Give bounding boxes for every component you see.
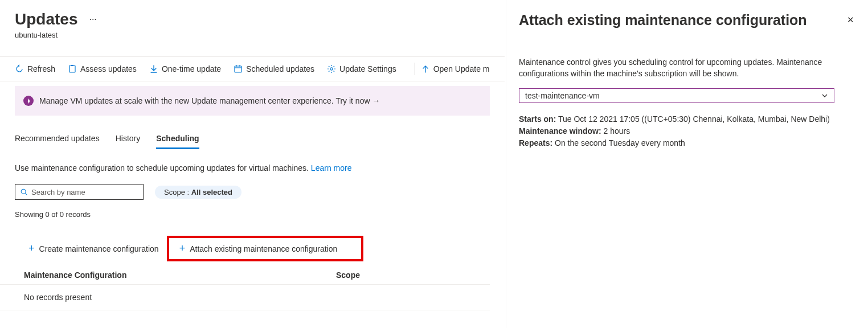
create-config-label: Create maintenance configuration (39, 244, 159, 253)
config-details: Starts on: Tue Oct 12 2021 17:05 ((UTC+0… (519, 113, 855, 149)
scheduled-updates-button[interactable]: Scheduled updates (234, 64, 314, 73)
refresh-icon (15, 64, 24, 73)
gear-icon (327, 64, 336, 73)
starts-on-label: Starts on: (519, 114, 556, 124)
plus-icon: + (179, 243, 186, 255)
update-settings-button[interactable]: Update Settings (327, 64, 396, 73)
highlight-annotation: + Attach existing maintenance configurat… (167, 236, 364, 261)
toolbar-separator (415, 63, 415, 75)
tab-scheduling[interactable]: Scheduling (156, 134, 199, 149)
scheduled-label: Scheduled updates (246, 64, 314, 73)
chevron-down-icon (821, 92, 828, 99)
repeats-label: Repeats: (519, 138, 552, 147)
window-value: 2 hours (601, 126, 630, 136)
open-um-label: Open Update m (433, 64, 490, 73)
arrow-up-icon (421, 64, 430, 73)
panel-description: Maintenance control gives you scheduling… (519, 57, 855, 79)
plus-icon: + (28, 243, 35, 255)
record-count: Showing 0 of 0 records (0, 200, 505, 219)
scheduling-description: Use maintenance configuration to schedul… (0, 150, 505, 173)
assess-updates-button[interactable]: Assess updates (68, 64, 137, 73)
info-banner[interactable]: Manage VM updates at scale with the new … (15, 86, 490, 116)
svg-point-7 (21, 189, 26, 194)
clipboard-icon (68, 64, 77, 73)
svg-rect-1 (71, 65, 73, 66)
desc-text: Use maintenance configuration to schedul… (15, 163, 311, 173)
refresh-button[interactable]: Refresh (15, 64, 55, 73)
attach-config-label: Attach existing maintenance configuratio… (190, 244, 337, 253)
settings-label: Update Settings (339, 64, 396, 73)
col-scope: Scope (336, 270, 360, 280)
refresh-label: Refresh (27, 64, 55, 73)
resource-name: ubuntu-latest (0, 28, 505, 39)
side-panel: Attach existing maintenance configuratio… (506, 0, 868, 328)
learn-more-link[interactable]: Learn more (311, 163, 352, 173)
open-update-mgmt-button[interactable]: Open Update m (421, 64, 490, 73)
repeats-value: On the second Tuesday every month (552, 138, 685, 147)
empty-row: No records present (0, 285, 490, 310)
one-time-update-button[interactable]: One-time update (149, 64, 221, 73)
close-icon[interactable]: ✕ (846, 14, 855, 26)
dropdown-value: test-maintenance-vm (525, 91, 600, 100)
svg-point-6 (330, 68, 333, 70)
search-placeholder: Search by name (31, 188, 85, 196)
onetime-label: One-time update (162, 64, 221, 73)
tab-history[interactable]: History (116, 134, 141, 149)
col-maintenance-config: Maintenance Configuration (24, 270, 336, 280)
download-icon (149, 64, 158, 73)
table-header: Maintenance Configuration Scope (0, 261, 490, 285)
starts-on-value: Tue Oct 12 2021 17:05 ((UTC+05:30) Chenn… (556, 114, 830, 124)
svg-rect-0 (69, 65, 75, 72)
banner-text: Manage VM updates at scale with the new … (39, 96, 380, 105)
svg-line-8 (25, 193, 27, 195)
scope-filter[interactable]: Scope : All selected (155, 186, 241, 199)
scope-label: Scope : (164, 188, 191, 196)
tabs: Recommended updates History Scheduling (0, 116, 505, 150)
attach-config-button[interactable]: + Attach existing maintenance configurat… (174, 239, 343, 258)
assess-label: Assess updates (80, 64, 137, 73)
svg-rect-2 (235, 66, 241, 72)
compass-icon (23, 96, 34, 106)
toolbar: Refresh Assess updates One-time update S… (0, 56, 505, 81)
search-input[interactable]: Search by name (15, 184, 144, 200)
window-label: Maintenance window: (519, 126, 601, 136)
scope-value: All selected (191, 188, 232, 196)
tab-recommended[interactable]: Recommended updates (15, 134, 100, 149)
create-config-button[interactable]: + Create maintenance configuration (23, 236, 165, 261)
calendar-icon (234, 64, 243, 73)
panel-title: Attach existing maintenance configuratio… (519, 11, 807, 28)
more-actions-button[interactable]: ··· (89, 14, 96, 24)
page-title: Updates (15, 10, 77, 28)
config-dropdown[interactable]: test-maintenance-vm (519, 88, 834, 103)
